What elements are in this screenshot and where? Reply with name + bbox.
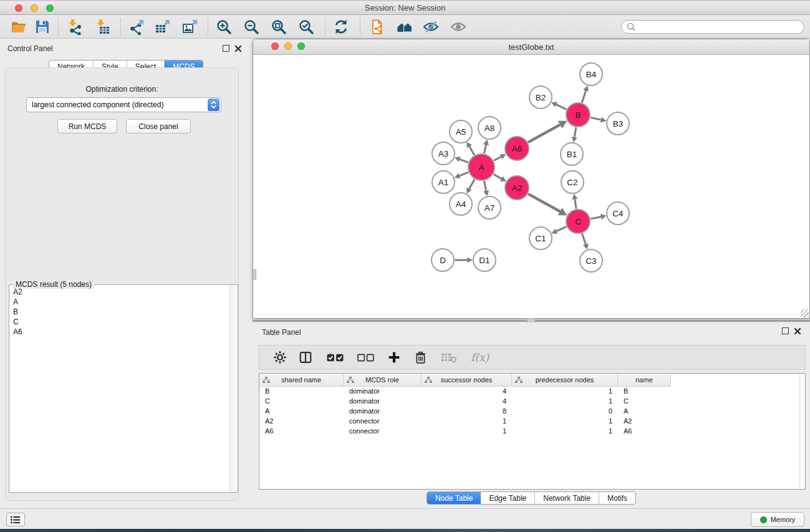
memory-button[interactable]: Memory [751,512,804,527]
refresh-button[interactable] [330,17,352,36]
show-all-button[interactable] [447,17,470,36]
cell-successor-nodes[interactable]: 4 [422,387,512,397]
float-table-panel-icon[interactable] [782,327,789,334]
tab-node-table[interactable]: Node Table [427,492,481,504]
split-columns-button[interactable] [298,351,313,364]
column-header-predecessor-nodes[interactable]: predecessor nodes [512,374,618,387]
cell-mcds-role[interactable]: dominator [344,397,422,407]
export-image-button[interactable] [179,17,201,36]
tab-network-table[interactable]: Network Table [535,492,599,504]
cell-successor-nodes[interactable]: 1 [422,417,512,427]
graph-edge-A-A8[interactable] [485,145,486,153]
tab-edge-table[interactable]: Edge Table [481,492,535,504]
table-row[interactable]: A2 connector 1 1 A2 [259,417,805,427]
cell-predecessor-nodes[interactable]: 0 [512,407,618,417]
graph-edge-A2-C[interactable] [528,194,560,211]
graph-edge-C-C4[interactable] [591,217,601,219]
cell-predecessor-nodes[interactable]: 1 [512,397,618,407]
cell-shared-name[interactable]: B [259,387,344,397]
deselect-all-columns-button[interactable] [357,353,374,362]
zoom-window-button[interactable] [46,4,54,12]
zoom-fit-button[interactable] [268,17,290,36]
cell-shared-name[interactable]: C [259,397,344,407]
graph-edge-B-B4[interactable] [582,90,586,102]
add-column-button[interactable] [388,351,400,364]
canvas-edge-handle[interactable] [253,269,256,279]
graph-edge-A-A1[interactable] [460,172,468,176]
cell-successor-nodes[interactable]: 8 [422,407,512,417]
column-header-shared-name[interactable]: shared name [259,374,344,387]
cell-mcds-role[interactable]: dominator [344,387,422,397]
cell-name[interactable]: B [618,387,671,397]
cell-shared-name[interactable]: A6 [259,427,344,437]
export-table-button[interactable] [152,17,174,36]
run-mcds-button[interactable]: Run MCDS [57,119,117,133]
save-session-button[interactable] [31,17,54,36]
task-history-button[interactable] [6,513,25,526]
tab-motifs[interactable]: Motifs [599,492,635,504]
table-row[interactable]: A dominator 8 0 A [259,407,805,417]
table-options-gear-button[interactable] [273,351,287,364]
column-header-mcds-role[interactable]: MCDS role [344,374,422,387]
cell-mcds-role[interactable]: dominator [344,407,422,417]
home-button[interactable] [393,17,416,36]
cell-predecessor-nodes[interactable]: 1 [512,417,618,427]
zoom-out-button[interactable] [240,17,263,36]
graph-edge-A-A6[interactable] [494,157,501,160]
cell-shared-name[interactable]: A [259,407,344,417]
mcds-result-item[interactable]: B [10,307,229,317]
cell-mcds-role[interactable]: connector [344,417,422,427]
cell-name[interactable]: A [618,407,671,417]
cell-predecessor-nodes[interactable]: 1 [512,427,618,437]
table-scrollbar[interactable] [799,374,805,489]
network-canvas[interactable]: AA6A2BCA1A3A4A5A7A8B1B2B3B4C1C2C3C4DD1 [253,55,809,318]
dropdown-stepper[interactable] [208,99,219,111]
graph-edge-A-A3[interactable] [460,159,468,162]
result-scrollbar[interactable] [229,285,238,492]
search-field[interactable] [621,20,804,34]
export-network-button[interactable] [125,17,148,36]
mcds-result-list[interactable]: A2 A B C A6 [10,287,229,491]
cell-name[interactable]: C [618,397,671,407]
network-graph-svg[interactable]: AA6A2BCA1A3A4A5A7A8B1B2B3B4C1C2C3C4DD1 [253,55,809,317]
cell-mcds-role[interactable]: connector [344,427,422,437]
table-row[interactable]: B dominator 4 1 B [259,387,805,397]
cell-name[interactable]: A2 [618,417,671,427]
float-panel-icon[interactable] [223,45,229,52]
import-network-button[interactable] [63,17,85,36]
graph-edge-A6-B[interactable] [528,125,560,142]
zoom-in-button[interactable] [213,17,235,36]
delete-columns-button[interactable] [414,351,427,364]
close-window-button[interactable] [15,4,22,12]
mcds-result-item[interactable]: A [10,297,229,307]
search-input[interactable] [636,21,804,32]
graph-edge-B-B3[interactable] [591,117,601,120]
optimization-criterion-dropdown[interactable]: largest connected component (directed) [26,97,221,112]
column-header-name[interactable]: name [618,374,671,387]
zoom-selected-button[interactable] [295,17,317,36]
graph-edge-A-A7[interactable] [484,181,486,191]
graph-edge-C-C2[interactable] [575,199,576,208]
network-window-titlebar[interactable]: testGlobe.txt [253,39,809,55]
import-table-button[interactable] [91,17,113,36]
close-panel-icon[interactable] [234,45,242,52]
cell-name[interactable]: A6 [618,427,671,437]
column-header-successor-nodes[interactable]: successor nodes [422,374,512,387]
graph-edge-B-B2[interactable] [556,105,566,110]
graph-edge-C-C1[interactable] [556,226,566,231]
minimize-window-button[interactable] [31,4,38,12]
first-neighbors-button[interactable] [367,17,390,36]
graph-edge-A-A2[interactable] [494,174,502,178]
node-table[interactable]: shared name MCDS role successor nodes pr… [259,373,806,490]
graph-edge-A-A5[interactable] [470,147,475,155]
cell-successor-nodes[interactable]: 1 [422,427,512,437]
mcds-result-item[interactable]: A6 [10,327,229,337]
mcds-result-item[interactable]: A2 [10,287,229,297]
close-table-panel-icon[interactable] [794,327,801,335]
select-all-columns-button[interactable] [327,353,344,362]
open-session-button[interactable] [7,17,30,36]
close-panel-button[interactable]: Close panel [126,119,191,133]
table-row[interactable]: C dominator 4 1 C [259,397,805,407]
cell-successor-nodes[interactable]: 4 [422,397,512,407]
graph-edge-C-C3[interactable] [582,233,586,244]
